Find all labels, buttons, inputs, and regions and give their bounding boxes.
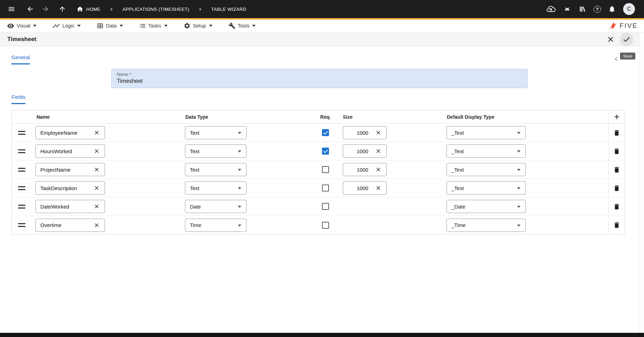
field-name-box [35, 181, 105, 195]
field-row: Text _Text [12, 124, 625, 142]
display-type-select[interactable]: _Time [446, 219, 526, 232]
clear-icon[interactable] [94, 185, 100, 191]
forward-icon[interactable] [42, 5, 49, 13]
avatar[interactable]: C [623, 3, 635, 15]
menu-tasks[interactable]: Tasks [139, 22, 168, 29]
table-name-field[interactable]: Name * Timesheet [111, 69, 528, 88]
chevron-down-icon [517, 206, 521, 208]
menu-tasks-label: Tasks [148, 23, 161, 29]
required-checkbox[interactable] [322, 148, 329, 155]
drag-handle[interactable] [18, 186, 25, 190]
display-type-value: _Date [451, 204, 465, 210]
close-button[interactable] [606, 35, 615, 44]
menu-logic[interactable]: Logic [53, 22, 81, 30]
field-name-box [35, 126, 105, 139]
chevron-down-icon [517, 150, 521, 152]
up-icon[interactable] [58, 5, 66, 13]
required-checkbox[interactable] [322, 203, 329, 210]
data-type-select[interactable]: Text [185, 126, 247, 139]
delete-row-button[interactable] [613, 166, 620, 173]
chevron-left-icon[interactable] [613, 56, 620, 63]
drag-handle[interactable] [18, 205, 25, 209]
data-type-select[interactable]: Text [185, 181, 247, 195]
breadcrumb-applications[interactable]: APPLICATIONS (TIMESHEET) [122, 7, 189, 12]
display-type-select[interactable]: _Date [446, 200, 526, 213]
header-data-type: Data Type [184, 114, 314, 120]
required-checkbox[interactable] [322, 129, 329, 136]
delete-row-button[interactable] [613, 221, 620, 229]
delete-row-button[interactable] [613, 129, 620, 136]
field-row: Text _Text [12, 160, 625, 179]
required-checkbox[interactable] [322, 166, 329, 173]
clear-icon[interactable] [94, 148, 100, 154]
breadcrumb-home[interactable]: HOME [77, 6, 100, 13]
required-checkbox[interactable] [322, 185, 329, 191]
data-type-value: Text [190, 167, 200, 173]
scrollbar[interactable] [639, 32, 644, 333]
drag-handle[interactable] [18, 223, 25, 227]
clear-icon[interactable] [94, 203, 100, 210]
data-type-value: Date [190, 204, 201, 210]
data-type-select[interactable]: Time [185, 219, 247, 232]
drag-handle[interactable] [18, 149, 25, 153]
save-button[interactable] [620, 33, 633, 46]
data-type-select[interactable]: Date [185, 200, 247, 213]
chevron-down-icon [517, 132, 521, 134]
chevron-down-icon [33, 25, 37, 27]
back-icon[interactable] [26, 5, 34, 13]
delete-icon [613, 185, 620, 192]
gear-icon [184, 22, 191, 29]
clear-icon[interactable] [375, 130, 381, 136]
close-icon [606, 35, 615, 44]
help-icon[interactable]: ? [594, 6, 601, 13]
field-row: Text _Text [12, 142, 625, 160]
menu-tools[interactable]: Tools [228, 22, 256, 29]
display-type-value: _Text [451, 130, 464, 136]
clear-icon[interactable] [94, 130, 100, 136]
drag-handle[interactable] [18, 168, 25, 172]
delete-icon [613, 221, 620, 229]
menu-setup[interactable]: Setup [184, 22, 212, 29]
clear-icon[interactable] [94, 222, 100, 228]
header-req: Req. [314, 114, 337, 120]
delete-icon [613, 203, 620, 210]
data-type-select[interactable]: Text [185, 144, 247, 158]
menu-data[interactable]: Data [97, 22, 123, 29]
five-logo-icon [609, 21, 618, 30]
display-type-select[interactable]: _Text [446, 163, 526, 176]
field-name-box [35, 163, 105, 176]
debug-icon[interactable] [563, 5, 571, 13]
display-type-value: _Text [451, 167, 464, 173]
cloud-search-icon[interactable] [546, 5, 556, 14]
menu-tools-label: Tools [238, 23, 250, 29]
clear-icon[interactable] [94, 166, 100, 173]
clear-icon[interactable] [375, 148, 381, 154]
size-box [343, 144, 387, 158]
size-box [343, 163, 387, 176]
library-icon[interactable] [579, 5, 586, 13]
clear-icon[interactable] [375, 185, 381, 191]
display-type-select[interactable]: _Text [446, 144, 526, 158]
display-type-select[interactable]: _Text [446, 181, 526, 195]
drag-handle[interactable] [18, 131, 25, 135]
chevron-down-icon [238, 206, 241, 208]
field-row: Date _Date [12, 197, 625, 216]
breadcrumb-table-wizard[interactable]: TABLE WIZARD [211, 7, 246, 12]
required-checkbox[interactable] [322, 222, 329, 229]
delete-row-button[interactable] [613, 203, 620, 210]
add-field-button[interactable] [613, 113, 621, 121]
display-type-select[interactable]: _Text [446, 126, 526, 139]
menu-visual[interactable]: Visual [7, 22, 37, 30]
menu-icon[interactable] [8, 5, 15, 13]
tools-icon [228, 22, 235, 29]
delete-row-button[interactable] [613, 185, 620, 192]
data-type-select[interactable]: Text [185, 163, 247, 176]
tab-fields[interactable]: Fields [11, 94, 25, 104]
delete-row-button[interactable] [613, 148, 620, 155]
tab-general[interactable]: General [11, 55, 30, 64]
bell-icon[interactable] [608, 5, 616, 13]
field-name-box [35, 200, 105, 213]
chevron-down-icon [238, 150, 241, 152]
clear-icon[interactable] [375, 166, 381, 173]
data-type-value: Time [190, 222, 201, 228]
